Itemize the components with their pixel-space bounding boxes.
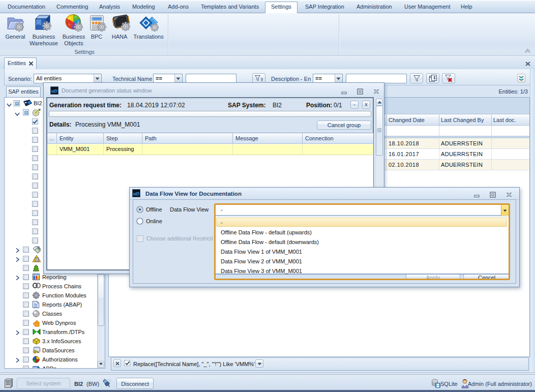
svg-text:uD: uD <box>133 191 139 196</box>
svg-text:uD: uD <box>51 88 57 94</box>
